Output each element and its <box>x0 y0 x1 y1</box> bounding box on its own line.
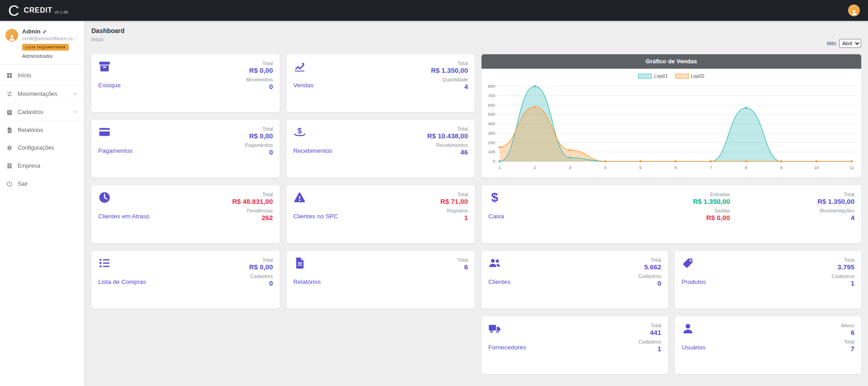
svg-text:0: 0 <box>493 159 495 164</box>
svg-text:9: 9 <box>780 165 782 170</box>
card-title: Clientes <box>488 278 639 285</box>
card-relatorios[interactable]: RelatóriosTotal6 <box>286 251 475 309</box>
stat-label: Cadastros <box>250 273 273 279</box>
stat-value: 4 <box>464 83 468 91</box>
svg-text:300: 300 <box>488 131 495 136</box>
sidebar-item-movimentacoes[interactable]: Movimentações <box>0 85 84 103</box>
hand-dollar-icon: $ <box>293 126 306 138</box>
stat-value: 5.662 <box>644 263 661 272</box>
card-clientes[interactable]: ClientesTotal5.662Cadastros0 <box>482 251 668 309</box>
chart-title: Gráfico de Vendas <box>482 54 861 69</box>
card-caixa[interactable]: $CaixaEntradasR$ 1.350,00SaídasR$ 0,00To… <box>482 185 861 243</box>
legend-item[interactable]: Loja01 <box>638 74 668 79</box>
app-logo: C <box>8 0 19 21</box>
card-stats: TotalR$ 48.831,00Pendências262 <box>232 191 273 237</box>
svg-text:5: 5 <box>639 165 642 170</box>
person-icon <box>8 34 16 42</box>
sidebar-item-inicio[interactable]: Início <box>0 66 84 85</box>
sidebar-item-label: Configurações <box>18 145 54 151</box>
sidebar: Admin credit@anronsoftware.co... LOJA TA… <box>0 21 84 386</box>
card-stats: EntradasR$ 1.350,00SaídasR$ 0,00 <box>693 191 730 237</box>
stat-label: Total <box>844 191 854 198</box>
profile-role: Administrador <box>22 53 79 59</box>
sidebar-item-relatorios[interactable]: Relatórios <box>0 121 84 139</box>
tag-icon <box>682 257 694 269</box>
user-avatar-button[interactable] <box>848 5 860 16</box>
stat-value: 441 <box>650 329 661 337</box>
month-select[interactable]: Abril <box>839 39 861 48</box>
stat-value: R$ 1.350,00 <box>431 66 468 75</box>
legend-item[interactable]: Loja02 <box>675 74 705 79</box>
gear-icon <box>6 145 13 151</box>
archive-icon <box>98 60 111 73</box>
sidebar-item-configuracoes[interactable]: Configurações <box>0 139 84 157</box>
stat-value: R$ 71,00 <box>440 198 468 206</box>
chart-line-icon <box>293 60 306 73</box>
card-pagamentos[interactable]: PagamentosTotalR$ 0,00Pagamentos0 <box>91 120 280 178</box>
edit-profile-icon[interactable] <box>43 29 47 34</box>
card-title: Lista de Compras <box>98 278 249 285</box>
file-icon <box>293 257 306 269</box>
stat-label: Pendências <box>247 207 273 214</box>
svg-text:100: 100 <box>488 149 495 154</box>
stat-value: R$ 0,00 <box>249 66 273 75</box>
card-stats: TotalR$ 0,00Cadastros0 <box>249 257 273 303</box>
stat-label: Pagamentos <box>245 142 273 148</box>
card-vendas[interactable]: VendasTotalR$ 1.350,00Quantidade4 <box>286 54 475 112</box>
sidebar-item-sair[interactable]: Sair <box>0 175 84 193</box>
legend-label: Loja02 <box>691 74 705 79</box>
card-clientes-atraso[interactable]: Clientes em AtrasoTotalR$ 48.831,00Pendê… <box>91 185 280 243</box>
card-stats: TotalR$ 71,00Registros1 <box>440 191 468 237</box>
svg-text:$: $ <box>297 127 301 135</box>
avatar[interactable] <box>5 29 18 42</box>
card-lista-compras[interactable]: Lista de ComprasTotalR$ 0,00Cadastros0 <box>91 251 280 309</box>
topbar: C CREDIT v0.1.88 <box>0 0 868 21</box>
sidebar-item-label: Início <box>18 72 31 79</box>
stat-label: Movimentações <box>820 207 854 214</box>
users-icon <box>488 257 501 269</box>
card-clientes-spc[interactable]: Clientes no SPCTotalR$ 71,00Registros1 <box>286 185 475 243</box>
card-fornecedores[interactable]: FornecedoresTotal441Cadastros1 <box>482 316 668 374</box>
stat-value: R$ 1.350,00 <box>817 198 854 206</box>
stat-value: R$ 48.831,00 <box>232 198 273 206</box>
svg-text:600: 600 <box>488 103 495 108</box>
svg-text:700: 700 <box>488 93 495 98</box>
card-estoque[interactable]: EstoqueTotalR$ 0,00Movimentos0 <box>91 54 280 112</box>
clock-icon <box>98 191 111 204</box>
svg-text:7: 7 <box>710 165 712 170</box>
stat-value: 1 <box>464 214 468 222</box>
card-title: Vendas <box>293 82 431 89</box>
card-stats: Total5.662Cadastros0 <box>639 257 661 303</box>
sidebar-item-label: Relatórios <box>18 127 43 133</box>
svg-text:1: 1 <box>498 165 501 170</box>
stat-value: R$ 0,00 <box>249 132 273 141</box>
stat-label: Registros <box>447 207 468 214</box>
card-recebimentos[interactable]: $RecebimentosTotalR$ 10.438,00Recebiment… <box>286 120 475 178</box>
stat-value: R$ 1.350,00 <box>693 198 730 206</box>
dollar-icon: $ <box>488 191 501 204</box>
card-title: Pagamentos <box>98 147 245 154</box>
store-badge: LOJA TAQUARITINGA <box>22 44 69 51</box>
stat-value: R$ 0,00 <box>249 263 273 272</box>
card-title: Relatórios <box>293 278 458 285</box>
stat-value: 0 <box>269 279 273 288</box>
sales-chart: 01002003004005006007008001234567891011 <box>482 81 861 174</box>
legend-label: Loja01 <box>654 74 668 79</box>
card-title: Fornecedores <box>488 344 639 351</box>
card-title: Clientes no SPC <box>293 213 440 220</box>
stat-label: Total <box>262 126 273 132</box>
sidebar-item-cadastros[interactable]: Cadastros <box>0 103 84 121</box>
sidebar-item-label: Sair <box>18 181 28 187</box>
power-icon <box>6 181 13 187</box>
svg-text:3: 3 <box>569 165 571 170</box>
legend-swatch <box>638 74 652 79</box>
card-stats: TotalR$ 1.350,00Movimentações4 <box>730 191 854 237</box>
credit-card-icon <box>98 126 111 138</box>
stat-value: 0 <box>269 83 273 91</box>
svg-text:6: 6 <box>674 165 677 170</box>
card-usuarios[interactable]: UsuáriosAtivos6Total7 <box>675 316 861 374</box>
sidebar-item-empresa[interactable]: Empresa <box>0 157 84 175</box>
svg-text:10: 10 <box>814 165 819 170</box>
stat-value: 0 <box>658 279 661 288</box>
card-produtos[interactable]: ProdutosTotal3.795Cadastros1 <box>675 251 861 309</box>
